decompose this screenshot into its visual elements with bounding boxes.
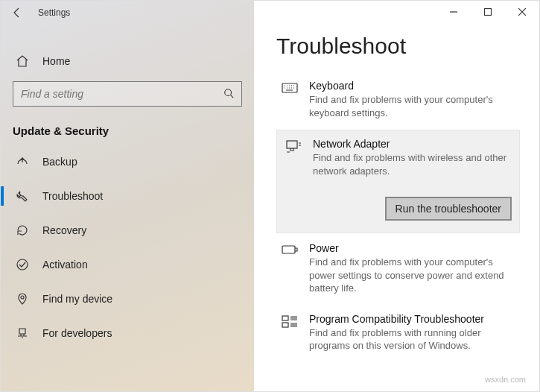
keyboard-icon	[281, 80, 299, 119]
sidebar-item-troubleshoot[interactable]: Troubleshoot	[1, 179, 254, 213]
sidebar-item-recovery[interactable]: Recovery	[1, 213, 254, 247]
sidebar-item-activation[interactable]: Activation	[1, 247, 254, 282]
program-compat-icon	[281, 313, 299, 353]
sidebar: Settings Home Update & Security Backup T…	[1, 1, 254, 391]
back-button[interactable]	[11, 7, 23, 19]
section-heading: Update & Security	[1, 114, 254, 145]
developers-icon	[16, 326, 29, 340]
troubleshooter-desc: Find and fix problems with your computer…	[309, 93, 515, 119]
sidebar-item-label: Activation	[42, 259, 88, 271]
troubleshooter-desc: Find and fix problems with running older…	[309, 326, 515, 353]
minimize-button[interactable]	[436, 1, 471, 23]
troubleshooter-list: Keyboard Find and fix problems with your…	[254, 72, 539, 391]
activation-icon	[16, 258, 29, 271]
troubleshooter-network-adapter[interactable]: Network Adapter Find and fix problems wi…	[276, 130, 520, 233]
watermark: wsxdn.com	[485, 375, 526, 384]
sidebar-item-backup[interactable]: Backup	[1, 145, 254, 179]
sidebar-item-for-developers[interactable]: For developers	[1, 316, 254, 350]
search-input[interactable]	[21, 88, 223, 100]
recovery-icon	[16, 224, 29, 237]
troubleshooter-desc: Find and fix problems with wireless and …	[313, 151, 513, 177]
troubleshooter-desc: Find and fix problems with your computer…	[309, 256, 515, 295]
svg-point-2	[21, 296, 24, 299]
backup-icon	[16, 155, 29, 168]
troubleshooter-name: Network Adapter	[313, 138, 513, 150]
close-button[interactable]	[505, 1, 539, 23]
svg-point-0	[225, 89, 232, 95]
troubleshooter-name: Keyboard	[309, 80, 515, 92]
home-icon	[16, 54, 29, 68]
nav-home[interactable]: Home	[1, 44, 254, 78]
troubleshooter-power[interactable]: Power Find and fix problems with your co…	[276, 235, 520, 304]
main-panel: Troubleshoot Keyboard Find and fix probl…	[254, 1, 539, 391]
troubleshoot-icon	[16, 189, 29, 203]
search-icon	[223, 88, 234, 101]
network-adapter-icon	[285, 138, 302, 177]
svg-rect-5	[287, 141, 297, 148]
svg-rect-8	[282, 323, 288, 327]
run-troubleshooter-button[interactable]: Run the troubleshooter	[385, 197, 512, 221]
svg-rect-6	[282, 246, 295, 253]
power-icon	[281, 242, 299, 295]
sidebar-item-label: Troubleshoot	[42, 190, 103, 202]
nav-list: Backup Troubleshoot Recovery Activation …	[1, 145, 254, 350]
sidebar-item-label: Recovery	[42, 224, 86, 236]
sidebar-item-find-my-device[interactable]: Find my device	[1, 282, 254, 316]
svg-rect-3	[485, 9, 492, 16]
titlebar: Settings	[1, 1, 254, 25]
troubleshooter-program-compatibility[interactable]: Program Compatibility Troubleshooter Fin…	[276, 306, 520, 361]
app-title: Settings	[38, 7, 70, 18]
window-controls	[436, 1, 539, 23]
troubleshooter-keyboard[interactable]: Keyboard Find and fix problems with your…	[276, 72, 520, 128]
sidebar-item-label: Backup	[42, 156, 77, 168]
maximize-button[interactable]	[471, 1, 505, 23]
search-box[interactable]	[13, 81, 242, 107]
find-device-icon	[16, 292, 29, 306]
troubleshooter-name: Program Compatibility Troubleshooter	[309, 313, 515, 325]
nav-home-label: Home	[42, 55, 70, 67]
svg-point-1	[17, 259, 28, 270]
sidebar-item-label: Find my device	[42, 293, 112, 305]
troubleshooter-name: Power	[309, 242, 515, 254]
sidebar-item-label: For developers	[42, 327, 112, 339]
svg-rect-7	[282, 316, 288, 320]
